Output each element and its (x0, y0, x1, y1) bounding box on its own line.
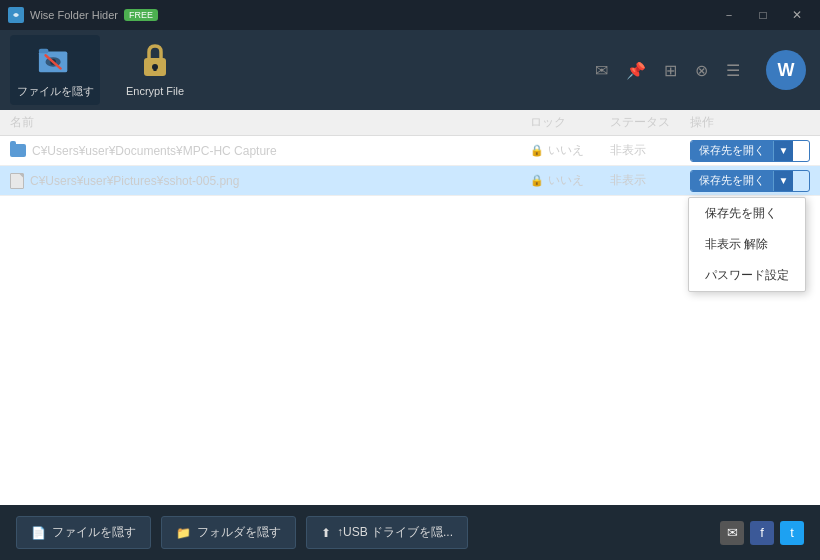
social-icons: ✉ f t (720, 521, 804, 545)
hide-file-btn-label: ファイルを隠す (52, 524, 136, 541)
hide-folder-button[interactable]: 📁 フォルダを隠す (161, 516, 296, 549)
pin-icon[interactable]: 📌 (626, 61, 646, 80)
toolbar-icons: ✉ 📌 ⊞ ⊗ ☰ (595, 61, 740, 80)
row-name: C¥Users¥user¥Documents¥MPC-HC Capture (10, 144, 530, 158)
bottom-bar: 📄 ファイルを隠す 📁 フォルダを隠す ⬆ ↑USB ドライブを隠... ✉ f… (0, 505, 820, 560)
mail-icon[interactable]: ✉ (595, 61, 608, 80)
dropdown-item-password[interactable]: パスワード設定 (689, 260, 805, 291)
row-status: 非表示 (610, 172, 690, 189)
hide-usb-button[interactable]: ⬆ ↑USB ドライブを隠... (306, 516, 468, 549)
row-action: 保存先を開く ▼ (690, 140, 810, 162)
main-content: 名前 ロック ステータス 操作 C¥Users¥user¥Documents¥M… (0, 110, 820, 505)
col-header-status: ステータス (610, 114, 690, 131)
facebook-icon[interactable]: f (750, 521, 774, 545)
user-avatar[interactable]: W (766, 50, 806, 90)
hide-usb-btn-label: ↑USB ドライブを隠... (337, 524, 453, 541)
title-bar-controls: － □ ✕ (714, 5, 812, 25)
dropdown-menu: 保存先を開く 非表示 解除 パスワード設定 (688, 197, 806, 292)
folder-icon (10, 144, 26, 157)
row-name: C¥Users¥user¥Pictures¥sshot-005.png (10, 173, 530, 189)
email-social-icon[interactable]: ✉ (720, 521, 744, 545)
menu-icon[interactable]: ☰ (726, 61, 740, 80)
folder-icon: 📁 (176, 526, 191, 540)
row-path: C¥Users¥user¥Pictures¥sshot-005.png (30, 174, 239, 188)
table-header: 名前 ロック ステータス 操作 (0, 110, 820, 136)
action-button[interactable]: 保存先を開く ▼ (690, 140, 810, 162)
svg-rect-8 (154, 67, 157, 71)
action-btn-main: 保存先を開く (691, 171, 773, 191)
col-header-action: 操作 (690, 114, 810, 131)
file-icon (10, 173, 24, 189)
action-btn-main: 保存先を開く (691, 141, 773, 161)
close-button[interactable]: ✕ (782, 5, 812, 25)
hide-file-button[interactable]: 📄 ファイルを隠す (16, 516, 151, 549)
action-button[interactable]: 保存先を開く ▼ (690, 170, 810, 192)
minimize-button[interactable]: － (714, 5, 744, 25)
encrypt-file-label: Encrypt File (126, 85, 184, 97)
settings-icon[interactable]: ⊗ (695, 61, 708, 80)
row-lock: 🔒 いいえ (530, 142, 610, 159)
lock-value: いいえ (548, 172, 584, 189)
avatar-circle: W (766, 50, 806, 90)
lock-icon: 🔒 (530, 144, 544, 157)
app-title: Wise Folder Hider (30, 9, 118, 21)
grid-icon[interactable]: ⊞ (664, 61, 677, 80)
table-row[interactable]: C¥Users¥user¥Documents¥MPC-HC Capture 🔒 … (0, 136, 820, 166)
toolbar: ファイルを隠す Encrypt File ✉ 📌 ⊞ ⊗ ☰ W (0, 30, 820, 110)
title-bar: Wise Folder Hider FREE － □ ✕ (0, 0, 820, 30)
file-icon: 📄 (31, 526, 46, 540)
bottom-buttons: 📄 ファイルを隠す 📁 フォルダを隠す ⬆ ↑USB ドライブを隠... (16, 516, 468, 549)
hide-folder-btn-label: フォルダを隠す (197, 524, 281, 541)
row-action: 保存先を開く ▼ (690, 170, 810, 192)
hide-file-toolbar-button[interactable]: ファイルを隠す (10, 35, 100, 105)
free-badge: FREE (124, 9, 158, 21)
usb-icon: ⬆ (321, 526, 331, 540)
row-path: C¥Users¥user¥Documents¥MPC-HC Capture (32, 144, 277, 158)
hide-file-label: ファイルを隠す (17, 84, 94, 99)
title-bar-left: Wise Folder Hider FREE (8, 7, 158, 23)
encrypt-file-icon (137, 43, 173, 79)
action-btn-dropdown[interactable]: ▼ (773, 141, 793, 161)
row-lock: 🔒 いいえ (530, 172, 610, 189)
action-btn-dropdown[interactable]: ▼ (773, 171, 793, 191)
lock-icon: 🔒 (530, 174, 544, 187)
dropdown-item-open[interactable]: 保存先を開く (689, 198, 805, 229)
lock-value: いいえ (548, 142, 584, 159)
row-status: 非表示 (610, 142, 690, 159)
col-header-name: 名前 (10, 114, 530, 131)
hide-file-icon (37, 42, 73, 78)
dropdown-item-unhide[interactable]: 非表示 解除 (689, 229, 805, 260)
svg-rect-2 (39, 48, 48, 53)
maximize-button[interactable]: □ (748, 5, 778, 25)
twitter-icon[interactable]: t (780, 521, 804, 545)
encrypt-file-toolbar-button[interactable]: Encrypt File (110, 35, 200, 105)
col-header-lock: ロック (530, 114, 610, 131)
table-row[interactable]: C¥Users¥user¥Pictures¥sshot-005.png 🔒 いい… (0, 166, 820, 196)
app-icon (8, 7, 24, 23)
